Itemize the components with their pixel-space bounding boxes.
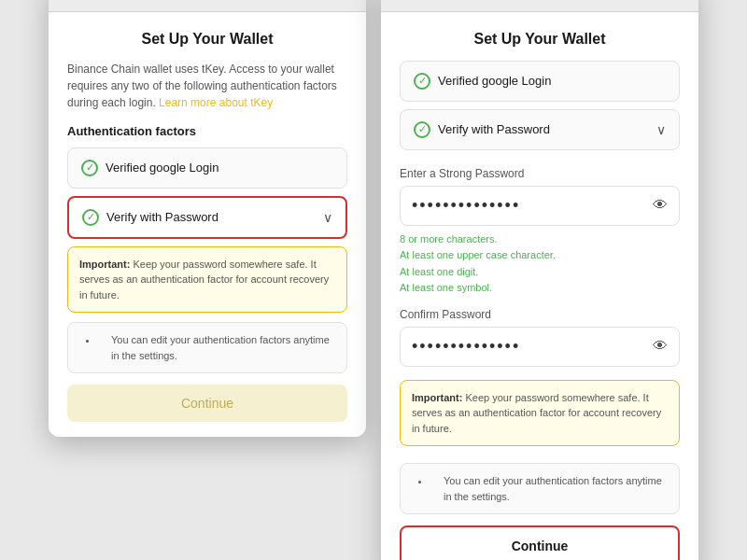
learn-more-link[interactable]: Learn more about tKey xyxy=(159,96,273,109)
password-label-right: Verify with Password xyxy=(438,122,550,136)
password-dots: •••••••••••••• xyxy=(412,196,520,216)
auth-item-google-left: ✓ Verified google Login xyxy=(67,147,347,189)
validation-hints: 8 or more characters. At least one upper… xyxy=(400,231,680,297)
eye-icon-password[interactable]: 👁 xyxy=(653,197,668,214)
warning-text-right: Important: Keep your password somewhere … xyxy=(412,390,668,437)
check-icon-google-left: ✓ xyxy=(81,160,98,176)
left-window-body: Set Up Your Wallet Binance Chain wallet … xyxy=(49,12,366,438)
auth-item-password-right[interactable]: ✓ Verify with Password ∨ xyxy=(400,109,680,150)
hint-digit: At least one digit. xyxy=(400,264,680,281)
password-entry-section: Enter a Strong Password •••••••••••••• 👁… xyxy=(400,167,680,372)
warning-text-left: Important: Keep your password somewhere … xyxy=(79,257,335,303)
continue-button-left[interactable]: Continue xyxy=(67,385,347,422)
notes-box-left: You can edit your authentication factors… xyxy=(67,322,347,373)
confirm-input-wrap[interactable]: •••••••••••••• 👁 xyxy=(400,327,680,367)
left-window-title: Binance Chain Wallet xyxy=(63,0,353,2)
left-section-title: Authentication factors xyxy=(67,124,347,138)
password-input-wrap[interactable]: •••••••••••••• 👁 xyxy=(400,186,680,226)
right-window: Binance Chain Wallet Set Up Your Wallet … xyxy=(381,0,698,560)
left-titlebar: Binance Chain Wallet xyxy=(49,0,366,12)
check-icon-google-right: ✓ xyxy=(414,73,430,90)
right-window-title: Binance Chain Wallet xyxy=(396,0,685,2)
note-text-left: You can edit your authentication factors… xyxy=(98,332,333,363)
confirm-dots: •••••••••••••• xyxy=(412,337,520,357)
right-titlebar: Binance Chain Wallet xyxy=(381,0,698,12)
left-page-title: Set Up Your Wallet xyxy=(67,31,347,48)
hint-length: 8 or more characters. xyxy=(400,231,680,248)
password-label-left: Verify with Password xyxy=(106,210,218,224)
continue-button-right[interactable]: Continue xyxy=(400,525,680,560)
password-field-label: Enter a Strong Password xyxy=(400,167,680,180)
check-icon-password-right: ✓ xyxy=(414,121,430,138)
left-intro-text: Binance Chain wallet uses tKey. Access t… xyxy=(67,61,347,111)
google-login-label-left: Verified google Login xyxy=(106,161,218,175)
check-icon-password-left: ✓ xyxy=(82,209,99,226)
left-window: Binance Chain Wallet Set Up Your Wallet … xyxy=(49,0,366,437)
right-page-title: Set Up Your Wallet xyxy=(400,31,680,48)
chevron-down-icon-right: ∨ xyxy=(656,122,666,137)
warning-box-right: Important: Keep your password somewhere … xyxy=(400,380,680,447)
right-window-body: Set Up Your Wallet ✓ Verified google Log… xyxy=(381,12,698,560)
auth-item-google-right: ✓ Verified google Login xyxy=(400,61,680,102)
note-text-right: You can edit your authentication factors… xyxy=(430,473,666,504)
auth-item-password-left[interactable]: ✓ Verify with Password ∨ xyxy=(67,196,347,239)
confirm-field-label: Confirm Password xyxy=(400,308,680,321)
hint-symbol: At least one symbol. xyxy=(400,280,680,297)
warning-box-left: Important: Keep your password somewhere … xyxy=(67,246,347,314)
hint-uppercase: At least one upper case character. xyxy=(400,247,680,264)
google-login-label-right: Verified google Login xyxy=(438,74,551,88)
eye-icon-confirm[interactable]: 👁 xyxy=(653,338,668,355)
chevron-down-icon-left: ∨ xyxy=(323,210,332,225)
notes-box-right: You can edit your authentication factors… xyxy=(400,463,680,514)
